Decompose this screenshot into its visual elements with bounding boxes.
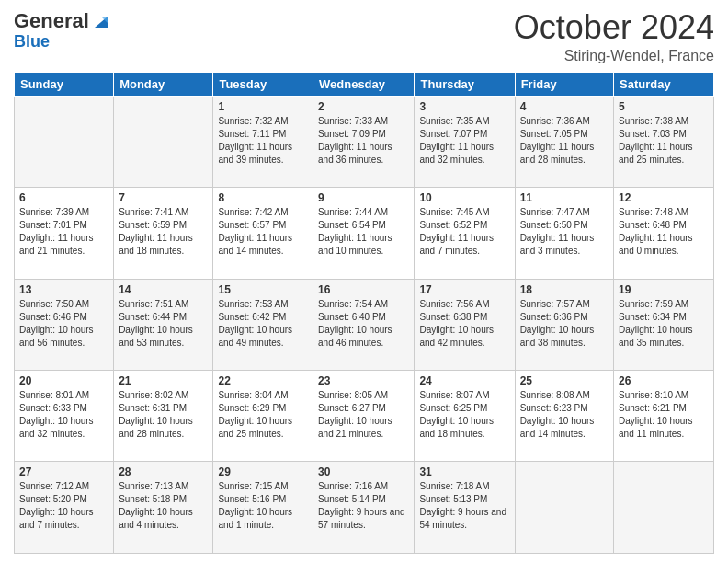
header: General Blue October 2024 Stiring-Wendel… [14,9,714,64]
calendar-cell: 16Sunrise: 7:54 AM Sunset: 6:40 PM Dayli… [313,279,415,370]
day-info: Sunrise: 7:44 AM Sunset: 6:54 PM Dayligh… [318,206,409,258]
calendar-cell [114,96,213,187]
day-info: Sunrise: 8:04 AM Sunset: 6:29 PM Dayligh… [218,389,308,441]
day-info: Sunrise: 8:08 AM Sunset: 6:23 PM Dayligh… [520,389,609,441]
calendar-cell: 12Sunrise: 7:48 AM Sunset: 6:48 PM Dayli… [614,188,714,279]
day-number: 22 [218,374,308,387]
day-number: 16 [318,283,409,296]
calendar-week-1: 1Sunrise: 7:32 AM Sunset: 7:11 PM Daylig… [15,96,714,187]
day-info: Sunrise: 7:53 AM Sunset: 6:42 PM Dayligh… [218,298,308,350]
calendar-cell: 11Sunrise: 7:47 AM Sunset: 6:50 PM Dayli… [515,188,613,279]
calendar-cell [614,462,714,554]
calendar-cell: 1Sunrise: 7:32 AM Sunset: 7:11 PM Daylig… [213,96,313,187]
day-info: Sunrise: 7:47 AM Sunset: 6:50 PM Dayligh… [520,206,609,258]
day-number: 1 [218,100,308,113]
calendar-cell: 6Sunrise: 7:39 AM Sunset: 7:01 PM Daylig… [15,188,114,279]
day-number: 20 [19,374,108,387]
calendar-cell: 5Sunrise: 7:38 AM Sunset: 7:03 PM Daylig… [614,96,714,187]
day-info: Sunrise: 7:56 AM Sunset: 6:38 PM Dayligh… [419,298,509,350]
day-info: Sunrise: 7:54 AM Sunset: 6:40 PM Dayligh… [318,298,409,350]
day-info: Sunrise: 7:36 AM Sunset: 7:05 PM Dayligh… [520,115,609,167]
day-info: Sunrise: 7:42 AM Sunset: 6:57 PM Dayligh… [218,206,308,258]
day-number: 15 [218,283,308,296]
calendar-cell: 14Sunrise: 7:51 AM Sunset: 6:44 PM Dayli… [114,279,213,370]
day-info: Sunrise: 7:32 AM Sunset: 7:11 PM Dayligh… [218,115,308,167]
day-number: 31 [419,465,509,478]
calendar-week-3: 13Sunrise: 7:50 AM Sunset: 6:46 PM Dayli… [15,279,714,370]
calendar-cell: 17Sunrise: 7:56 AM Sunset: 6:38 PM Dayli… [415,279,515,370]
calendar-cell: 13Sunrise: 7:50 AM Sunset: 6:46 PM Dayli… [15,279,114,370]
col-header-friday: Friday [515,72,613,96]
calendar-week-2: 6Sunrise: 7:39 AM Sunset: 7:01 PM Daylig… [15,188,714,279]
logo: General Blue [14,9,111,51]
calendar-cell: 10Sunrise: 7:45 AM Sunset: 6:52 PM Dayli… [415,188,515,279]
day-number: 3 [419,100,509,113]
day-number: 28 [119,465,208,478]
day-info: Sunrise: 7:18 AM Sunset: 5:13 PM Dayligh… [419,480,509,532]
col-header-tuesday: Tuesday [213,72,313,96]
day-number: 10 [419,191,509,204]
col-header-saturday: Saturday [614,72,714,96]
day-info: Sunrise: 8:10 AM Sunset: 6:21 PM Dayligh… [619,389,709,441]
logo-blue-text: Blue [14,32,50,51]
day-info: Sunrise: 8:07 AM Sunset: 6:25 PM Dayligh… [419,389,509,441]
title-block: October 2024 Stiring-Wendel, France [514,9,714,64]
calendar-table: SundayMondayTuesdayWednesdayThursdayFrid… [14,72,714,554]
day-number: 14 [119,283,208,296]
day-info: Sunrise: 8:02 AM Sunset: 6:31 PM Dayligh… [119,389,208,441]
day-info: Sunrise: 7:12 AM Sunset: 5:20 PM Dayligh… [19,480,108,532]
day-number: 8 [218,191,308,204]
calendar-cell: 21Sunrise: 8:02 AM Sunset: 6:31 PM Dayli… [114,371,213,462]
calendar-week-5: 27Sunrise: 7:12 AM Sunset: 5:20 PM Dayli… [15,462,714,554]
day-info: Sunrise: 7:15 AM Sunset: 5:16 PM Dayligh… [218,480,308,532]
col-header-sunday: Sunday [15,72,114,96]
calendar-week-4: 20Sunrise: 8:01 AM Sunset: 6:33 PM Dayli… [15,371,714,462]
day-number: 12 [619,191,709,204]
day-info: Sunrise: 7:41 AM Sunset: 6:59 PM Dayligh… [119,206,208,258]
day-number: 4 [520,100,609,113]
calendar-cell: 23Sunrise: 8:05 AM Sunset: 6:27 PM Dayli… [313,371,415,462]
calendar-cell: 24Sunrise: 8:07 AM Sunset: 6:25 PM Dayli… [415,371,515,462]
day-info: Sunrise: 7:45 AM Sunset: 6:52 PM Dayligh… [419,206,509,258]
day-info: Sunrise: 7:39 AM Sunset: 7:01 PM Dayligh… [19,206,108,258]
day-number: 18 [520,283,609,296]
day-info: Sunrise: 8:01 AM Sunset: 6:33 PM Dayligh… [19,389,108,441]
day-number: 25 [520,374,609,387]
calendar-cell: 3Sunrise: 7:35 AM Sunset: 7:07 PM Daylig… [415,96,515,187]
calendar-cell [15,96,114,187]
calendar-header-row: SundayMondayTuesdayWednesdayThursdayFrid… [15,72,714,96]
calendar-cell [515,462,613,554]
day-info: Sunrise: 7:59 AM Sunset: 6:34 PM Dayligh… [619,298,709,350]
day-info: Sunrise: 8:05 AM Sunset: 6:27 PM Dayligh… [318,389,409,441]
calendar-cell: 22Sunrise: 8:04 AM Sunset: 6:29 PM Dayli… [213,371,313,462]
day-info: Sunrise: 7:35 AM Sunset: 7:07 PM Dayligh… [419,115,509,167]
day-info: Sunrise: 7:13 AM Sunset: 5:18 PM Dayligh… [119,480,208,532]
page: General Blue October 2024 Stiring-Wendel… [0,0,728,563]
day-info: Sunrise: 7:57 AM Sunset: 6:36 PM Dayligh… [520,298,609,350]
day-info: Sunrise: 7:51 AM Sunset: 6:44 PM Dayligh… [119,298,208,350]
day-number: 24 [419,374,509,387]
calendar-cell: 8Sunrise: 7:42 AM Sunset: 6:57 PM Daylig… [213,188,313,279]
day-number: 19 [619,283,709,296]
calendar-cell: 18Sunrise: 7:57 AM Sunset: 6:36 PM Dayli… [515,279,613,370]
calendar-cell: 15Sunrise: 7:53 AM Sunset: 6:42 PM Dayli… [213,279,313,370]
day-info: Sunrise: 7:16 AM Sunset: 5:14 PM Dayligh… [318,480,409,532]
day-info: Sunrise: 7:33 AM Sunset: 7:09 PM Dayligh… [318,115,409,167]
calendar-cell: 2Sunrise: 7:33 AM Sunset: 7:09 PM Daylig… [313,96,415,187]
day-info: Sunrise: 7:38 AM Sunset: 7:03 PM Dayligh… [619,115,709,167]
day-info: Sunrise: 7:48 AM Sunset: 6:48 PM Dayligh… [619,206,709,258]
col-header-wednesday: Wednesday [313,72,415,96]
col-header-thursday: Thursday [415,72,515,96]
logo-general-text: General [14,9,89,33]
logo-icon [91,11,111,31]
calendar-cell: 28Sunrise: 7:13 AM Sunset: 5:18 PM Dayli… [114,462,213,554]
day-number: 27 [19,465,108,478]
day-number: 26 [619,374,709,387]
day-number: 13 [19,283,108,296]
calendar-cell: 29Sunrise: 7:15 AM Sunset: 5:16 PM Dayli… [213,462,313,554]
day-number: 29 [218,465,308,478]
day-number: 5 [619,100,709,113]
day-number: 11 [520,191,609,204]
day-number: 30 [318,465,409,478]
calendar-cell: 25Sunrise: 8:08 AM Sunset: 6:23 PM Dayli… [515,371,613,462]
